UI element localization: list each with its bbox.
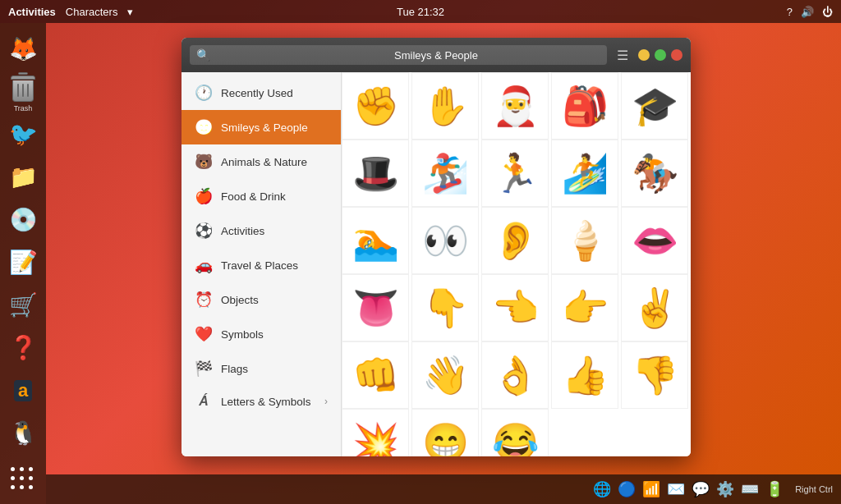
emoji-cell[interactable]: 🏃	[481, 140, 549, 207]
search-icon: 🔍	[196, 48, 210, 62]
smileys-label: Smileys & People	[221, 121, 308, 134]
sidebar-item-travel[interactable]: 🚗 Travel & Places	[182, 248, 341, 282]
files-icon: 📁	[9, 166, 38, 189]
power-icon[interactable]: ⏻	[822, 6, 833, 18]
sidebar-item-recently-used[interactable]: 🕐 Recently Used	[182, 76, 341, 110]
chat-icon[interactable]: 💬	[692, 480, 710, 498]
emoji-cell[interactable]: 👅	[342, 274, 409, 341]
emoji-cell[interactable]: 👉	[551, 274, 618, 341]
chevron-right-icon: ›	[324, 396, 328, 407]
smileys-icon: 😊	[195, 118, 213, 136]
activities-label: Activities	[221, 225, 264, 237]
emoji-cell[interactable]: 😂	[481, 409, 549, 456]
emoji-cell[interactable]: 🎅	[481, 72, 549, 140]
characters-window: 🔍 Smileys & People ☰ 🕐 Recently Used 😊	[182, 38, 691, 456]
emoji-cell[interactable]: 🏊	[342, 207, 409, 274]
window-menu-button[interactable]: ☰	[614, 44, 632, 66]
sidebar-item-food[interactable]: 🍎 Food & Drink	[182, 179, 341, 213]
media-icon: 💿	[9, 208, 38, 231]
emoji-cell[interactable]: 🏂	[411, 140, 479, 207]
travel-icon: 🚗	[195, 256, 213, 274]
activities-cat-icon: ⚽	[195, 222, 213, 240]
emoji-cell[interactable]: 🏇	[621, 140, 688, 207]
emoji-cell[interactable]: 👎	[621, 341, 688, 409]
taskbar-item-files[interactable]: 📁	[3, 158, 43, 197]
bluetooth-icon[interactable]: 🔵	[618, 480, 636, 498]
software-icon: 🛒	[9, 294, 38, 317]
battery-icon[interactable]: 🔋	[765, 480, 784, 498]
sidebar-item-flags[interactable]: 🏁 Flags	[182, 351, 341, 386]
emoji-cell[interactable]: 🏄	[551, 140, 618, 207]
keyboard-icon[interactable]: ⌨️	[741, 480, 759, 498]
emoji-cell[interactable]: 😁	[411, 409, 479, 456]
sidebar-item-animals[interactable]: 🐻 Animals & Nature	[182, 144, 341, 179]
close-button[interactable]	[671, 49, 682, 61]
emoji-cell[interactable]: 👄	[621, 207, 688, 274]
taskbar: 🦊 Trash 🐦 📁 💿 📝 🛒	[0, 23, 46, 504]
writer-icon: 📝	[9, 251, 38, 274]
topbar: Activities Characters ▾ Tue 21:32 ? 🔊 ⏻	[0, 0, 841, 23]
mail-icon[interactable]: ✉️	[667, 480, 685, 498]
taskbar-item-help[interactable]: ❓	[3, 328, 43, 368]
trash-label: Trash	[14, 104, 33, 112]
emoji-cell[interactable]: 🎒	[551, 72, 618, 140]
food-label: Food & Drink	[221, 190, 286, 203]
taskbar-item-media[interactable]: 💿	[3, 200, 43, 240]
taskbar-item-thunderbird[interactable]: 🐦	[3, 115, 43, 154]
sidebar-item-symbols[interactable]: ❤️ Symbols	[182, 317, 341, 351]
emoji-cell[interactable]: 🎩	[342, 140, 409, 207]
app-name[interactable]: Characters	[66, 6, 118, 18]
emoji-cell[interactable]: 👊	[342, 341, 409, 409]
thunderbird-icon: 🐦	[9, 123, 38, 146]
emoji-cell[interactable]: 👍	[551, 341, 618, 409]
recently-used-icon: 🕐	[195, 84, 213, 102]
taskbar-item-writer[interactable]: 📝	[3, 243, 43, 282]
volume-icon[interactable]: 🔊	[801, 6, 814, 18]
emoji-cell[interactable]: 👇	[411, 274, 479, 341]
emoji-cell[interactable]: 🎓	[621, 72, 688, 140]
emoji-cell[interactable]: 💥	[342, 409, 409, 456]
app-grid-button[interactable]	[3, 463, 43, 496]
emoji-cell[interactable]: 👋	[411, 341, 479, 409]
sidebar-item-objects[interactable]: ⏰ Objects	[182, 282, 341, 317]
firefox-icon: 🦊	[9, 38, 38, 61]
right-ctrl-label: Right Ctrl	[795, 484, 833, 494]
emoji-cell[interactable]: ✊	[342, 72, 409, 140]
taskbar-item-firefox[interactable]: 🦊	[3, 30, 43, 69]
emoji-cell[interactable]: ✌️	[621, 274, 688, 341]
desktop: 🔍 Smileys & People ☰ 🕐 Recently Used 😊	[46, 23, 841, 474]
travel-label: Travel & Places	[221, 259, 298, 272]
sidebar-item-smileys[interactable]: 😊 Smileys & People	[182, 110, 341, 144]
trash-icon	[8, 72, 38, 102]
app-menu-arrow[interactable]: ▾	[127, 6, 133, 18]
system-tray: ? 🔊 ⏻	[787, 6, 833, 18]
system-icon: 🐧	[9, 422, 38, 445]
symbols-label: Symbols	[221, 328, 264, 341]
emoji-cell[interactable]: ✋	[411, 72, 479, 140]
window-controls	[638, 49, 682, 61]
network-icon[interactable]: 🌐	[593, 480, 611, 498]
settings-icon[interactable]: ⚙️	[716, 480, 734, 498]
taskbar-item-system[interactable]: 🐧	[3, 414, 43, 453]
help-icon[interactable]: ?	[787, 6, 793, 18]
letters-icon: Á	[195, 394, 213, 409]
wifi-icon[interactable]: 📶	[642, 480, 660, 498]
flags-label: Flags	[221, 363, 248, 375]
emoji-cell[interactable]: 👂	[481, 207, 549, 274]
sidebar-item-letters[interactable]: Á Letters & Symbols ›	[182, 386, 341, 417]
minimize-button[interactable]	[638, 49, 650, 61]
window-body: 🕐 Recently Used 😊 Smileys & People 🐻 Ani…	[182, 72, 691, 456]
symbols-icon: ❤️	[195, 325, 213, 343]
emoji-cell[interactable]: 👈	[481, 274, 549, 341]
objects-icon: ⏰	[195, 291, 213, 309]
animals-label: Animals & Nature	[221, 156, 307, 168]
taskbar-item-software[interactable]: 🛒	[3, 286, 43, 325]
taskbar-item-amazon[interactable]: a	[3, 371, 43, 410]
activities-label[interactable]: Activities	[8, 6, 56, 18]
sidebar-item-activities[interactable]: ⚽ Activities	[182, 213, 341, 248]
emoji-cell[interactable]: 👌	[481, 341, 549, 409]
maximize-button[interactable]	[655, 49, 666, 61]
emoji-cell[interactable]: 🍦	[551, 207, 618, 274]
emoji-cell[interactable]: 👀	[411, 207, 479, 274]
taskbar-item-trash[interactable]: Trash	[3, 72, 43, 112]
